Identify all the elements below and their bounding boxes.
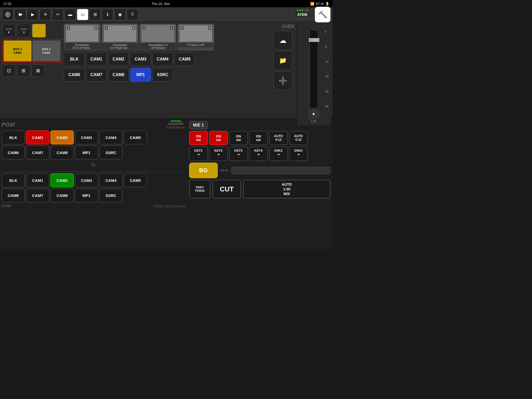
preset-card-4[interactable]: 1 2 TV Show 2 PIP xyxy=(178,24,214,50)
dvek-row: DVEK ⬇ DVEK ⬆ xyxy=(2,24,62,37)
pvw-blk[interactable]: BLK xyxy=(2,173,25,187)
preset-card-2[interactable]: 1 2 Presentation16-9 Right Spe... xyxy=(102,24,138,50)
pgm-ssrc[interactable]: SSRC xyxy=(99,145,123,159)
pgm-cam7[interactable]: CAM7 xyxy=(26,145,49,159)
scale-btn-shrink[interactable]: ⊡ xyxy=(2,64,16,77)
pvw-cam4[interactable]: CAM4 xyxy=(99,173,123,187)
auto-btn-2[interactable]: AUTO 0:12 xyxy=(289,131,308,145)
left-panel: DVEK ⬇ DVEK ⬆ BOX 1 CAM1 BOX 2 CAM2 xyxy=(2,24,62,125)
pip-box-2[interactable]: BOX 2 CAM2 xyxy=(32,41,60,61)
cut-btn[interactable]: CUT xyxy=(212,180,241,198)
key1-btn[interactable]: KEY1 ⌃ xyxy=(189,147,208,161)
fader-down-btn[interactable]: ▼ xyxy=(309,110,319,118)
color-btn[interactable] xyxy=(32,24,46,37)
hammer-button[interactable]: 🔨 xyxy=(315,7,330,22)
touchdirector-label: TouchDirector xyxy=(166,126,185,129)
bg-btn[interactable]: BG xyxy=(189,163,218,178)
pgm-cam4[interactable]: CAM4 xyxy=(99,130,123,144)
trans-bar[interactable] xyxy=(231,167,330,174)
dsk2-btn[interactable]: DSK2 ⌃ xyxy=(289,147,308,161)
pip-box-2-cam: CAM2 xyxy=(42,51,50,54)
src-btn-cam4-top[interactable]: CAM4 xyxy=(152,52,173,66)
src-btn-cam7-top[interactable]: CAM7 xyxy=(86,68,107,82)
key2-btn[interactable]: KEY2 ⌃ xyxy=(209,147,228,161)
pvw-cam2[interactable]: CAM2 xyxy=(50,173,74,187)
pgm-blk[interactable]: BLK xyxy=(2,130,25,144)
auto-btn-1[interactable]: AUTO 0:12 xyxy=(269,131,288,145)
key2-label: KEY2 xyxy=(214,149,222,152)
toolbar-btn-bar[interactable]: ▬ xyxy=(64,9,76,20)
atem-mini-label: ATEM Mini Extreme xyxy=(154,204,185,208)
key1-label: KEY1 xyxy=(194,149,202,152)
pvw-cam6[interactable]: CAM6 xyxy=(2,188,25,202)
pvw-mp1[interactable]: MP1 xyxy=(75,188,98,202)
folder-btn[interactable]: 📁 xyxy=(274,51,292,70)
cloud-btn[interactable]: ☁ xyxy=(274,31,292,50)
on-air-btn-2[interactable]: ON AIR xyxy=(209,131,228,145)
key3-btn[interactable]: KEY3 ⌃ xyxy=(229,147,248,161)
preset-label-3: Presentation 4-3Left Speaker xyxy=(140,43,176,50)
scale-btn-fit[interactable]: ⊞ xyxy=(17,64,30,77)
preset-card-3[interactable]: 1 2 Presentation 4-3Left Speaker xyxy=(140,24,176,50)
toolbar-btn-window[interactable]: ▭ xyxy=(77,9,88,20)
on-air-btn-3[interactable]: ON AIR xyxy=(229,131,248,145)
prev-trans-btn[interactable]: PREV TRANS xyxy=(189,180,210,198)
on-air-btn-4[interactable]: ON AIR xyxy=(249,131,268,145)
dsk1-label: DSK1 xyxy=(274,149,283,152)
toolbar-btn-settings[interactable] xyxy=(2,9,14,20)
toolbar-btn-grid[interactable]: ⊞ xyxy=(89,9,101,20)
preset-thumb-3: 1 2 xyxy=(140,24,176,43)
src-btn-ssrc-top[interactable]: SSRC xyxy=(152,68,173,82)
pgm-cam6[interactable]: CAM6 xyxy=(2,145,25,159)
plus-folder-btn[interactable]: ➕ xyxy=(274,71,292,90)
toolbar-btn-dots[interactable]: ⠿ xyxy=(127,9,138,20)
dvek-down-btn[interactable]: DVEK ⬇ xyxy=(2,24,16,37)
toolbar-btn-cut[interactable]: ✂ xyxy=(52,9,63,20)
key4-btn[interactable]: KEY4 ⌃ xyxy=(249,147,268,161)
src-btn-cam5-top[interactable]: CAM5 xyxy=(174,52,195,66)
fader-track[interactable]: 0 -5 -10 -20 -30 -50 xyxy=(310,30,318,108)
pvw-ssrc[interactable]: SSRC xyxy=(99,188,123,202)
dsk1-btn[interactable]: DSK1 ⌃ xyxy=(269,147,288,161)
toolbar-btn-play[interactable]: ▶ xyxy=(27,9,38,20)
pip-box-1-label: BOX 1 xyxy=(13,48,22,51)
src-btn-cam2-top[interactable]: CAM2 xyxy=(108,52,129,66)
fader-handle[interactable] xyxy=(309,38,319,42)
pgm-cam1[interactable]: CAM1 xyxy=(26,130,49,144)
preset-card-1[interactable]: 1 2 Presentation16-9 Left Spea... xyxy=(64,24,100,50)
liveskills-label: LiveSkills xyxy=(168,122,183,126)
toolbar-btn-info[interactable]: ℹ xyxy=(102,9,113,20)
pgm-cam3[interactable]: CAM3 xyxy=(75,130,98,144)
pgm-cam5[interactable]: CAM5 xyxy=(124,130,147,144)
scale-btn-expand[interactable]: ⊠ xyxy=(31,64,45,77)
pgm-mp1[interactable]: MP1 xyxy=(75,145,98,159)
src-btn-cam3-top[interactable]: CAM3 xyxy=(130,52,151,66)
preset-label-2: Presentation16-9 Right Spe... xyxy=(102,43,138,50)
pgm-cam2[interactable]: CAM2 xyxy=(50,130,74,144)
src-btn-cam1-top[interactable]: CAM1 xyxy=(86,52,107,66)
pvw-cam3[interactable]: CAM3 xyxy=(75,173,98,187)
auto-mix-btn[interactable]: AUTO 1:00 MIX xyxy=(243,180,330,198)
on-air-btn-1[interactable]: ON AIR xyxy=(189,131,208,145)
key3-icon: ⌃ xyxy=(237,153,241,159)
pvw-cam8[interactable]: CAM8 xyxy=(50,188,74,202)
preset-label-4: TV Show 2 PIP xyxy=(178,43,214,47)
pvw-cam5[interactable]: CAM5 xyxy=(124,173,147,187)
toolbar-btn-audio2[interactable]: ◉ xyxy=(114,9,126,20)
toolbar-btn-move[interactable]: ✛ xyxy=(39,9,51,20)
pgm-cam8[interactable]: CAM8 xyxy=(50,145,74,159)
src-btn-blk-top[interactable]: BLK xyxy=(64,52,85,66)
src-btn-cam8-top[interactable]: CAM8 xyxy=(108,68,129,82)
dvek-up-btn[interactable]: DVEK ⬆ xyxy=(17,24,31,37)
pvw-cam7[interactable]: CAM7 xyxy=(26,188,49,202)
dvek-down-icon: ⬇ xyxy=(8,31,10,34)
pgm-pvw-panel: PGM LiveSkills TouchDirector BLK CAM1 CA… xyxy=(0,119,187,249)
key3-label: KEY3 xyxy=(234,149,242,152)
src-btn-mp1-top[interactable]: MP1 xyxy=(130,68,151,82)
src-btn-cam6-top[interactable]: CAM6 xyxy=(64,68,85,82)
me-panel: M/E 1 ON AIR ON AIR ON AIR ON AIR AUTO 0… xyxy=(187,119,332,249)
pip-preview: BOX 1 CAM1 BOX 2 CAM2 xyxy=(2,39,62,63)
toolbar-btn-audio[interactable] xyxy=(15,9,26,20)
pvw-cam1[interactable]: CAM1 xyxy=(26,173,49,187)
pip-box-1[interactable]: BOX 1 CAM1 xyxy=(4,41,31,61)
